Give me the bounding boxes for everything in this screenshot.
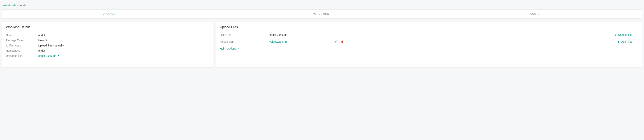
- edit-icon[interactable]: [334, 40, 337, 43]
- values-yaml-link[interactable]: values.yaml: [270, 40, 326, 43]
- breadcrumb: Workloads › ondat: [2, 2, 642, 9]
- uploaded-file-link[interactable]: ondat-0.0.5.tgz: [38, 54, 209, 58]
- add-files-label: Add Files: [621, 40, 632, 43]
- detail-value: Helm 3: [38, 38, 209, 42]
- values-yaml-name: values.yaml: [270, 40, 284, 43]
- breadcrumb-separator: ›: [18, 4, 19, 7]
- choose-file-label: Choose File: [618, 33, 632, 36]
- choose-file-button[interactable]: Choose File: [614, 33, 638, 36]
- upload-icon: [617, 40, 620, 43]
- tab-publish[interactable]: PUBLISH: [428, 10, 642, 18]
- uploaded-file-name: ondat-0.0.5.tgz: [38, 54, 56, 58]
- detail-row-artifact-sync: Artifact Sync Upload files manually: [6, 44, 209, 48]
- detail-label: Package Type: [6, 38, 38, 42]
- helm-file-value: ondat-0.0.5.tgz: [270, 33, 326, 36]
- tab-bar: UPLOAD PLACEMENT PUBLISH: [2, 9, 642, 19]
- upload-files-card: Upload Files Helm File ondat-0.0.5.tgz C…: [216, 22, 642, 67]
- breadcrumb-current: ondat: [20, 4, 28, 7]
- detail-value: ondat: [38, 33, 209, 37]
- detail-row-package-type: Package Type Helm 3: [6, 38, 209, 42]
- chevron-right-icon: [237, 47, 240, 50]
- detail-value: Upload files manually: [38, 44, 209, 48]
- detail-row-namespace: Namespace ondat: [6, 49, 209, 53]
- upload-icon: [614, 33, 616, 36]
- upload-label: Values.yaml: [220, 40, 270, 43]
- detail-row-uploaded-file: Uploaded File ondat-0.0.5.tgz: [6, 54, 209, 58]
- delete-icon[interactable]: [341, 40, 344, 43]
- upload-row-helm-file: Helm File ondat-0.0.5.tgz Choose File: [220, 33, 638, 36]
- detail-row-name: Name ondat: [6, 33, 209, 37]
- helm-options-label: Helm Options: [220, 47, 236, 50]
- add-files-button[interactable]: Add Files: [617, 40, 638, 43]
- detail-value: ondat: [38, 49, 209, 53]
- download-icon: [285, 40, 287, 43]
- upload-row-values-yaml: Values.yaml values.yaml: [220, 40, 638, 43]
- upload-label: Helm File: [220, 33, 270, 36]
- breadcrumb-root-link[interactable]: Workloads: [3, 4, 16, 7]
- detail-label: Namespace: [6, 49, 38, 53]
- tab-placement[interactable]: PLACEMENT: [216, 10, 429, 18]
- detail-label: Uploaded File: [6, 54, 38, 58]
- detail-label: Name: [6, 33, 38, 37]
- upload-files-title: Upload Files: [220, 25, 638, 29]
- download-icon: [57, 55, 60, 57]
- workload-details-card: Workload Details Name ondat Package Type…: [2, 22, 213, 67]
- detail-label: Artifact Sync: [6, 44, 38, 48]
- workload-details-title: Workload Details: [6, 25, 209, 29]
- helm-options-button[interactable]: Helm Options: [220, 47, 638, 50]
- tab-upload[interactable]: UPLOAD: [2, 10, 216, 18]
